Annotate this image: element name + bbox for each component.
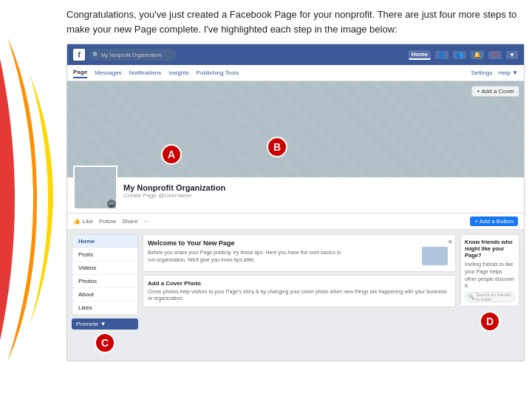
fb-widget-title: Know friends who might like your Page? (465, 239, 515, 259)
fb-profile-pic-container (73, 180, 117, 210)
fb-share-btn[interactable]: Share (122, 218, 137, 225)
fb-welcome-text: Before you share your Page publicly, try… (148, 249, 345, 264)
fb-cover-area: + Add a Cover My Nonprofit Organization … (67, 81, 524, 214)
fb-action-bar: 👍 Like Follow Share ··· + Add a Button (67, 214, 524, 230)
fb-widget-search-placeholder: Search for friends to invite (476, 293, 511, 301)
fb-right-content: × Welcome to Your New Page Before you sh… (143, 234, 456, 356)
fb-search-bar[interactable]: 🔍 My Nonprofit Organization (88, 49, 177, 61)
fb-subnav-notifications[interactable]: Notifications (129, 68, 162, 78)
fb-body: Home Posts Videos Photos About Likes Pro… (67, 230, 524, 361)
fb-sidebar-videos[interactable]: Videos (72, 262, 137, 275)
fb-sidebar: Home Posts Videos Photos About Likes Pro… (72, 234, 138, 356)
fb-notification-icon[interactable]: 🔔 (471, 51, 484, 59)
fb-sidebar-likes[interactable]: Likes (72, 301, 137, 315)
fb-help-icon[interactable]: ❓ (488, 51, 502, 59)
fb-sidebar-menu: Home Posts Videos Photos About Likes (72, 234, 138, 316)
fb-subnav-right: Settings Help ▼ (471, 68, 519, 78)
fb-like-btn[interactable]: 👍 Like (73, 218, 93, 225)
fb-welcome-image (422, 247, 448, 265)
fb-subnav-left: Page Messages Notifications Insights Pub… (73, 67, 239, 78)
fb-account-icon[interactable]: 👤 (435, 51, 449, 59)
main-content: Congratulations, you've just created a F… (66, 7, 525, 392)
fb-widget-card: Know friends who might like your Page? I… (460, 234, 519, 307)
fb-action-left: 👍 Like Follow Share ··· (73, 218, 149, 225)
fb-add-button[interactable]: + Add a Button (470, 216, 518, 226)
fb-page-username[interactable]: Create Page @Username (123, 192, 225, 199)
fb-subnav: Page Messages Notifications Insights Pub… (67, 65, 524, 81)
label-c-circle: C (95, 332, 115, 353)
fb-nav: f 🔍 My Nonprofit Organization Home 👤 👥 🔔… (67, 44, 524, 65)
fb-sidebar-about[interactable]: About (72, 288, 137, 301)
fb-help-link[interactable]: Help ▼ (498, 68, 518, 78)
fb-mockup: f 🔍 My Nonprofit Organization Home 👤 👥 🔔… (66, 44, 525, 361)
fb-profile-area: My Nonprofit Organization Create Page @U… (67, 177, 524, 214)
label-a-circle: A (161, 144, 182, 165)
fb-camera-icon[interactable] (107, 200, 116, 208)
fb-subnav-page[interactable]: Page (73, 67, 87, 78)
fb-page-name: My Nonprofit Organization (123, 183, 225, 192)
fb-cover-photo-title: Add a Cover Photo (148, 280, 451, 287)
fb-cover-photo-section: Add a Cover Photo Cover photos help visi… (143, 275, 456, 308)
left-decoration (0, 0, 74, 399)
fb-search-text: My Nonprofit Organization (101, 52, 161, 58)
fb-more-btn[interactable]: ··· (143, 218, 149, 225)
fb-cover-photo-text: Cover photos help visitors to your Page'… (148, 288, 451, 303)
fb-search-icon: 🔍 (92, 52, 100, 58)
fb-follow-btn[interactable]: Follow (99, 218, 116, 225)
fb-subnav-publishing[interactable]: Publishing Tools (197, 68, 239, 78)
fb-subnav-insights[interactable]: Insights (168, 68, 189, 78)
fb-sidebar-home[interactable]: Home (72, 235, 137, 248)
fb-add-cover-btn[interactable]: + Add a Cover (471, 86, 519, 97)
fb-logo: f (73, 49, 85, 61)
fb-friends-icon[interactable]: 👥 (453, 51, 466, 59)
fb-widget-search-icon: 🔍 (468, 294, 474, 300)
fb-nav-left: f 🔍 My Nonprofit Organization (73, 49, 177, 61)
fb-welcome-title: Welcome to Your New Page (148, 239, 451, 247)
fb-widget-search[interactable]: 🔍 Search for friends to invite (465, 292, 515, 302)
fb-home-link[interactable]: Home (409, 50, 431, 60)
intro-text: Congratulations, you've just created a F… (66, 7, 525, 36)
fb-welcome-close[interactable]: × (448, 238, 452, 246)
fb-right-widget: Know friends who might like your Page? I… (460, 234, 519, 356)
fb-welcome-card: × Welcome to Your New Page Before you sh… (143, 234, 456, 272)
label-d-circle: D (480, 311, 500, 332)
fb-nav-right: Home 👤 👥 🔔 ❓ ▼ (409, 50, 518, 60)
fb-cover: + Add a Cover (67, 81, 524, 177)
fb-subnav-messages[interactable]: Messages (95, 68, 121, 78)
fb-promote-btn[interactable]: Promote ▼ (72, 318, 138, 330)
fb-promote-label: Promote ▼ (76, 321, 106, 327)
fb-sidebar-posts[interactable]: Posts (72, 248, 137, 262)
fb-sidebar-photos[interactable]: Photos (72, 275, 137, 288)
fb-profile-info: My Nonprofit Organization Create Page @U… (123, 183, 225, 210)
label-b-circle: B (267, 137, 287, 157)
fb-dropdown-icon[interactable]: ▼ (506, 51, 518, 59)
fb-widget-text: Inviting friends to like your Page helps… (465, 261, 515, 290)
fb-settings-link[interactable]: Settings (471, 68, 493, 78)
